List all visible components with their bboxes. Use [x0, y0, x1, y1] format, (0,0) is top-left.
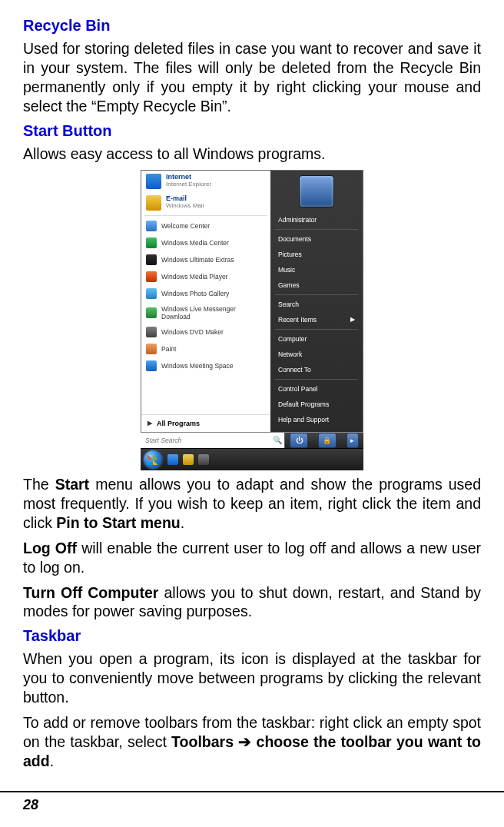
start-search-row: 🔍 ⏻ 🔒 ▸ — [141, 432, 363, 448]
start-menu-screenshot: InternetInternet ExplorerE-mailWindows M… — [141, 170, 363, 470]
program-icon — [146, 271, 157, 282]
page-footer: 28 — [0, 791, 504, 813]
start-right-label: Administrator — [278, 216, 317, 224]
start-right-item[interactable]: Help and Support — [270, 412, 363, 427]
heading-start-button: Start Button — [23, 122, 481, 140]
start-right-item[interactable]: Games — [270, 277, 363, 293]
start-right-item[interactable]: Network — [270, 347, 363, 362]
program-label: Windows Media Center — [161, 239, 229, 247]
program-label: Welcome Center — [161, 222, 210, 230]
para-start-intro: Allows easy access to all Windows progra… — [23, 144, 481, 164]
start-right-label: Control Panel — [278, 385, 318, 393]
start-menu-right-pane: AdministratorDocumentsPicturesMusicGames… — [270, 171, 363, 432]
start-right-item[interactable]: Recent Items▶ — [270, 312, 363, 327]
program-icon — [146, 360, 157, 371]
figure-start-menu: InternetInternet ExplorerE-mailWindows M… — [23, 170, 481, 470]
program-item[interactable]: Windows Live Messenger Download — [141, 302, 270, 324]
program-item[interactable]: Windows DVD Maker — [141, 324, 270, 340]
start-right-label: Games — [278, 281, 299, 289]
ie-taskbar-icon[interactable] — [167, 454, 178, 465]
page-number: 28 — [23, 797, 481, 813]
start-right-label: Search — [278, 301, 299, 308]
program-label: Windows Ultimate Extras — [161, 256, 234, 264]
start-right-label: Documents — [278, 235, 311, 243]
program-icon — [146, 327, 157, 337]
program-item[interactable]: Welcome Center — [141, 218, 270, 234]
taskbar-in-figure — [141, 448, 363, 470]
program-label: Windows Photo Gallery — [161, 290, 229, 297]
program-label: Paint — [161, 345, 176, 353]
start-right-item[interactable]: Control Panel — [270, 381, 363, 397]
para-start-p2: Log Off will enable the current user to … — [23, 539, 481, 577]
start-right-label: Pictures — [278, 251, 302, 258]
start-menu-left-pane: InternetInternet ExplorerE-mailWindows M… — [141, 171, 270, 432]
all-programs-item[interactable]: ▶ All Programs — [141, 414, 270, 432]
start-right-item[interactable]: Pictures — [270, 247, 363, 262]
program-icon — [146, 288, 157, 299]
power-button[interactable]: ⏻ — [290, 433, 308, 448]
para-taskbar-p2: To add or remove toolbars from the taskb… — [23, 713, 481, 771]
program-item[interactable]: Windows Photo Gallery — [141, 285, 270, 302]
start-right-label: Computer — [278, 335, 307, 343]
triangle-icon: ▶ — [148, 420, 152, 427]
pinned-program-item[interactable]: E-mailWindows Mail — [141, 192, 270, 214]
para-recycle-bin: Used for storing deleted files in case y… — [23, 39, 481, 116]
program-label: Windows Media Player — [161, 273, 227, 281]
start-right-item[interactable]: Computer — [270, 331, 363, 347]
start-right-item[interactable]: Administrator — [270, 212, 363, 228]
program-icon — [146, 221, 157, 231]
start-right-label: Network — [278, 350, 302, 358]
pinned-program-item[interactable]: InternetInternet Explorer — [141, 171, 270, 192]
heading-recycle-bin: Recycle Bin — [23, 17, 481, 35]
divider — [275, 294, 358, 295]
start-search-input[interactable] — [141, 433, 270, 448]
shutdown-options-button[interactable]: ▸ — [346, 433, 359, 448]
start-right-item[interactable]: Connect To — [270, 362, 363, 377]
all-programs-label: All Programs — [157, 420, 200, 427]
divider — [275, 379, 358, 380]
program-item[interactable]: Paint — [141, 340, 270, 357]
para-start-p1: The Start menu allows you to adapt and s… — [23, 475, 481, 533]
heading-taskbar: Taskbar — [23, 627, 481, 645]
program-label: Windows Live Messenger Download — [161, 305, 266, 321]
user-avatar-icon — [299, 175, 334, 208]
start-right-item[interactable]: Search — [270, 297, 363, 312]
start-right-label: Connect To — [278, 366, 311, 374]
start-right-label: Help and Support — [278, 416, 329, 423]
program-item[interactable]: Windows Ultimate Extras — [141, 251, 270, 268]
start-right-item[interactable]: Default Programs — [270, 397, 363, 412]
divider — [275, 329, 358, 330]
folder-taskbar-icon[interactable] — [183, 454, 194, 465]
para-taskbar-p1: When you open a program, its icon is dis… — [23, 649, 481, 707]
start-right-label: Default Programs — [278, 400, 329, 408]
divider — [275, 229, 358, 230]
program-icon — [146, 195, 161, 211]
start-right-item[interactable]: Music — [270, 262, 363, 277]
submenu-arrow-icon: ▶ — [350, 316, 355, 323]
program-item[interactable]: Windows Meeting Space — [141, 357, 270, 374]
program-icon — [146, 237, 157, 248]
program-item[interactable]: Windows Media Player — [141, 268, 270, 285]
media-taskbar-icon[interactable] — [198, 454, 209, 465]
program-icon — [146, 307, 157, 318]
pinned-subtitle: Windows Mail — [166, 203, 204, 210]
start-right-label: Music — [278, 266, 295, 274]
start-orb-icon[interactable] — [144, 450, 162, 469]
program-label: Windows Meeting Space — [161, 362, 234, 370]
program-icon — [146, 254, 157, 265]
lock-button[interactable]: 🔒 — [318, 433, 337, 448]
start-right-item[interactable]: Documents — [270, 231, 363, 247]
program-icon — [146, 344, 157, 354]
program-icon — [146, 174, 161, 189]
program-item[interactable]: Windows Media Center — [141, 234, 270, 251]
start-right-label: Recent Items — [278, 316, 317, 324]
pinned-subtitle: Internet Explorer — [166, 181, 211, 188]
search-icon[interactable]: 🔍 — [270, 433, 284, 448]
power-buttons: ⏻ 🔒 ▸ — [284, 433, 363, 448]
para-start-p3: Turn Off Computer allows you to shut dow… — [23, 583, 481, 622]
program-label: Windows DVD Maker — [161, 328, 224, 336]
